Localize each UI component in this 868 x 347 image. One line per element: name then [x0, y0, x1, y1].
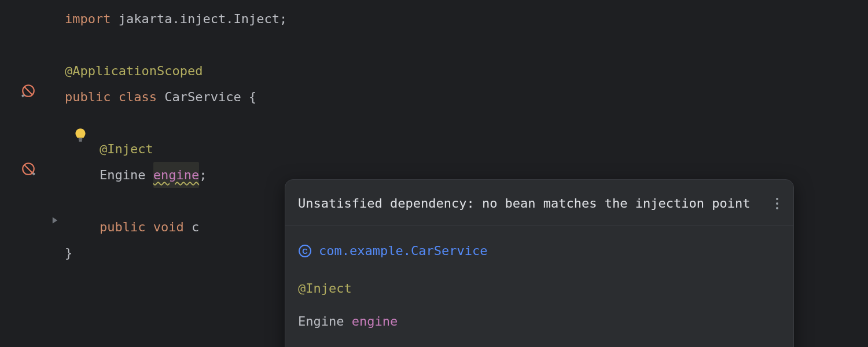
code-line[interactable]: import jakarta.inject.Inject;: [65, 6, 868, 32]
code-line[interactable]: public class CarService {: [65, 84, 868, 110]
keyword: void: [153, 214, 184, 240]
svg-text:C: C: [302, 247, 308, 256]
code-area[interactable]: import jakarta.inject.Inject; @Applicati…: [65, 0, 868, 347]
inspection-popup: Unsatisfied dependency: no bean matches …: [285, 179, 794, 347]
code-line[interactable]: @Inject: [65, 136, 868, 162]
svg-rect-8: [79, 141, 82, 142]
no-entry-forward-icon[interactable]: [20, 161, 36, 177]
code-editor[interactable]: import jakarta.inject.Inject; @Applicati…: [0, 0, 868, 347]
annotation: @ApplicationScoped: [65, 58, 203, 84]
field-name-warning[interactable]: engine: [153, 162, 199, 188]
code-line[interactable]: @ApplicationScoped: [65, 58, 868, 84]
brace: {: [241, 84, 257, 110]
class-fqn[interactable]: com.example.CarService: [319, 238, 487, 264]
keyword: public: [100, 214, 145, 240]
popup-title: Unsatisfied dependency: no bean matches …: [298, 190, 750, 216]
popup-body: C com.example.CarService @Inject Engine …: [285, 226, 793, 342]
code-line-empty[interactable]: [65, 32, 868, 58]
popup-footer: qs-injection-demo: [285, 342, 793, 347]
class-icon: C: [298, 244, 312, 258]
code-line-empty[interactable]: [65, 110, 868, 136]
annotation: @Inject: [100, 136, 153, 162]
no-entry-back-icon[interactable]: [20, 83, 36, 99]
svg-rect-7: [79, 138, 82, 139]
brace: }: [65, 240, 72, 266]
class-reference-row[interactable]: C com.example.CarService: [298, 234, 781, 267]
import-path: jakarta.inject.Inject;: [111, 6, 287, 32]
popup-annotation: @Inject: [298, 275, 352, 301]
keyword: public: [65, 84, 111, 110]
keyword: class: [119, 84, 157, 110]
popup-field-name: engine: [352, 314, 398, 328]
popup-header: Unsatisfied dependency: no bean matches …: [285, 180, 793, 226]
method-partial: c: [184, 214, 200, 240]
popup-code-row: Engine engine: [298, 305, 781, 338]
field-type: Engine: [100, 162, 153, 188]
fold-chevron-icon[interactable]: [49, 215, 61, 226]
popup-field-type: Engine: [298, 314, 352, 328]
semicolon: ;: [199, 162, 207, 188]
class-name: CarService: [164, 84, 241, 110]
editor-gutter: [0, 0, 65, 347]
lightbulb-icon[interactable]: [73, 127, 88, 147]
popup-code-row: @Inject: [298, 272, 781, 305]
svg-line-3: [25, 165, 32, 173]
svg-line-1: [25, 87, 32, 95]
import-keyword: import: [65, 6, 111, 32]
more-actions-icon[interactable]: [774, 195, 781, 212]
